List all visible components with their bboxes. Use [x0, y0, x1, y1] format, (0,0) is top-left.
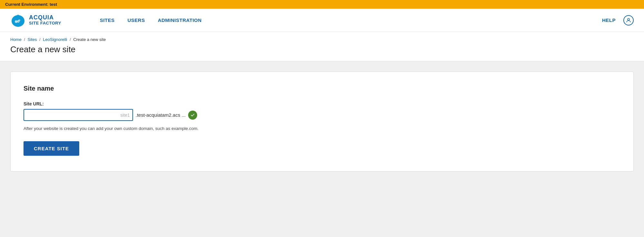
breadcrumb-current: Create a new site — [73, 37, 106, 42]
create-site-button[interactable]: CREATE SITE — [24, 141, 79, 156]
environment-bar: Current Environment: test — [0, 0, 644, 9]
svg-point-4 — [628, 18, 630, 20]
logo-icon: ⚙ — [10, 13, 26, 28]
page-header: Home / Sites / LeoSignorelli / Create a … — [0, 32, 644, 61]
help-link[interactable]: HELP — [602, 17, 616, 23]
site-url-input[interactable] — [24, 109, 133, 121]
domain-suffix: .test-acquiatam2.acs ... — [136, 112, 186, 118]
nav-administration[interactable]: ADMINISTRATION — [158, 17, 202, 23]
user-avatar-icon — [626, 17, 631, 23]
svg-text:⚙: ⚙ — [17, 20, 20, 23]
breadcrumb-sep3: / — [70, 37, 71, 42]
user-icon[interactable] — [623, 15, 634, 25]
header-right: HELP — [602, 15, 634, 25]
main-content: Site name Site URL: site1 .test-acquiata… — [0, 61, 644, 234]
breadcrumb-site-group[interactable]: LeoSignorelli — [43, 37, 67, 42]
url-label: Site URL: — [24, 101, 620, 106]
help-text: After your website is created you can ad… — [24, 126, 620, 131]
nav-users[interactable]: USERS — [128, 17, 145, 23]
checkmark-icon — [190, 113, 195, 117]
validation-check-icon — [188, 111, 197, 120]
breadcrumb-sep1: / — [24, 37, 25, 42]
breadcrumb: Home / Sites / LeoSignorelli / Create a … — [10, 37, 634, 42]
section-title: Site name — [24, 85, 620, 92]
logo-acquia: ACQUIA — [29, 15, 61, 21]
header: ⚙ ACQUIA SITE FACTORY SITES USERS ADMINI… — [0, 9, 644, 32]
nav-sites[interactable]: SITES — [100, 17, 115, 23]
breadcrumb-home[interactable]: Home — [10, 37, 22, 42]
logo-link[interactable]: ⚙ ACQUIA SITE FACTORY — [10, 13, 61, 28]
form-card: Site name Site URL: site1 .test-acquiata… — [10, 72, 634, 172]
logo-site-factory: SITE FACTORY — [29, 21, 61, 25]
breadcrumb-sites[interactable]: Sites — [28, 37, 37, 42]
page-title: Create a new site — [10, 44, 634, 54]
input-wrapper: site1 — [24, 109, 133, 121]
logo-text: ACQUIA SITE FACTORY — [29, 15, 61, 25]
url-input-row: site1 .test-acquiatam2.acs ... — [24, 109, 620, 121]
url-form-group: Site URL: site1 .test-acquiatam2.acs ... — [24, 101, 620, 121]
breadcrumb-sep2: / — [39, 37, 41, 42]
main-nav: SITES USERS ADMINISTRATION — [100, 17, 602, 23]
environment-bar-text: Current Environment: test — [5, 2, 57, 7]
